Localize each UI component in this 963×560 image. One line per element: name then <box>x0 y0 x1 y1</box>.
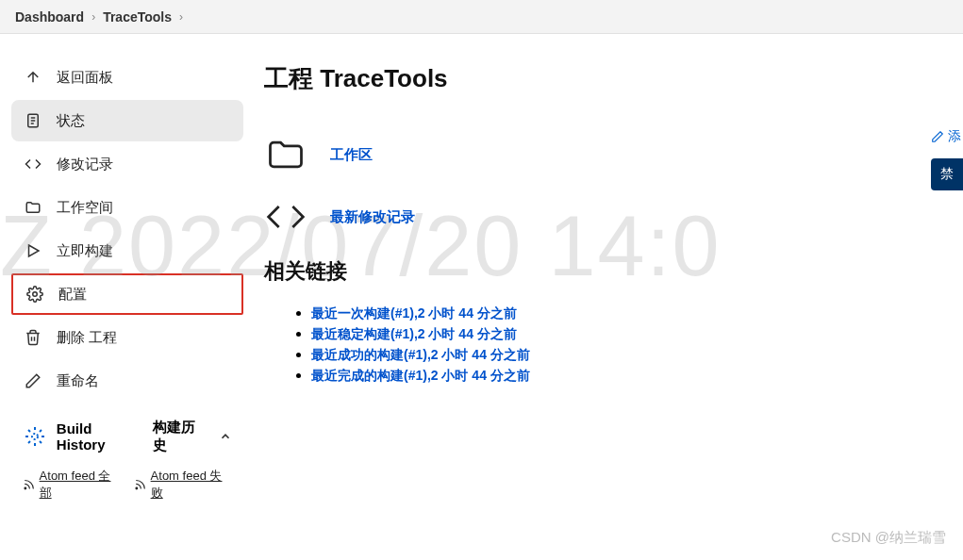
sidebar-item-label: 工作空间 <box>57 199 113 217</box>
code-icon <box>23 154 43 174</box>
sidebar-item-delete[interactable]: 删除 工程 <box>11 317 243 358</box>
svg-point-15 <box>25 487 26 489</box>
build-history-title: Build History <box>57 420 144 453</box>
chevron-up-icon[interactable] <box>219 430 232 443</box>
chevron-right-icon: › <box>91 10 95 24</box>
action-buttons: 添 禁 <box>931 128 963 190</box>
build-history-header[interactable]: Build History 构建历史 <box>11 404 243 462</box>
sidebar-item-rename[interactable]: 重命名 <box>11 360 243 402</box>
sidebar-item-label: 删除 工程 <box>57 329 117 347</box>
main-content: 工程 TraceTools 添 禁 工作区 最新修改记录 相关链接 最近一次构建… <box>255 34 963 560</box>
svg-line-14 <box>40 430 42 432</box>
svg-line-13 <box>28 441 30 443</box>
last-build-link[interactable]: 最近一次构建(#1),2 小时 44 分之前 <box>311 305 517 321</box>
arrow-up-icon <box>23 67 43 88</box>
workspace-link[interactable]: 工作区 <box>330 146 373 164</box>
atom-feed-all[interactable]: Atom feed 全部 <box>23 468 121 502</box>
play-icon <box>23 240 43 261</box>
sidebar-item-changes[interactable]: 修改记录 <box>11 143 243 185</box>
sidebar-item-label: 配置 <box>58 286 87 304</box>
atom-feed-failures[interactable]: Atom feed 失败 <box>134 468 232 502</box>
feed-links: Atom feed 全部 Atom feed 失败 <box>11 462 243 507</box>
workspace-row: 工作区 <box>264 133 963 176</box>
trend-icon <box>23 424 47 449</box>
svg-point-16 <box>136 487 138 489</box>
svg-line-12 <box>40 441 42 443</box>
pencil-icon <box>931 130 944 143</box>
breadcrumb-dashboard[interactable]: Dashboard <box>15 9 84 25</box>
rss-icon <box>23 478 36 491</box>
feed-label: Atom feed 失败 <box>151 468 232 502</box>
last-successful-build-link[interactable]: 最近成功的构建(#1),2 小时 44 分之前 <box>311 347 530 362</box>
feed-label: Atom feed 全部 <box>40 468 121 502</box>
breadcrumb: Dashboard › TraceTools › <box>0 0 963 34</box>
chevron-right-icon: › <box>179 10 183 24</box>
related-links-heading: 相关链接 <box>264 257 963 286</box>
svg-line-11 <box>28 430 30 432</box>
sidebar-item-label: 重命名 <box>57 372 99 390</box>
csdn-watermark: CSDN @纳兰瑞雪 <box>831 529 946 547</box>
svg-marker-4 <box>29 245 40 256</box>
changes-row: 最新修改记录 <box>264 195 963 239</box>
edit-description-link[interactable]: 添 <box>931 128 963 145</box>
rss-icon <box>134 478 147 491</box>
permalinks-list: 最近一次构建(#1),2 小时 44 分之前 最近稳定构建(#1),2 小时 4… <box>264 305 963 385</box>
recent-changes-link[interactable]: 最新修改记录 <box>330 208 415 226</box>
folder-icon <box>23 197 43 218</box>
pencil-icon <box>23 371 43 391</box>
code-icon <box>264 195 307 239</box>
svg-point-6 <box>32 434 38 439</box>
breadcrumb-tracetools[interactable]: TraceTools <box>103 9 172 25</box>
list-item: 最近稳定构建(#1),2 小时 44 分之前 <box>311 325 963 343</box>
sidebar-item-build-now[interactable]: 立即构建 <box>11 230 243 272</box>
build-history-subtitle: 构建历史 <box>153 419 209 454</box>
sidebar-item-configure[interactable]: 配置 <box>11 273 243 315</box>
disable-project-button[interactable]: 禁 <box>931 158 963 190</box>
gear-icon <box>25 284 45 305</box>
sidebar-item-back[interactable]: 返回面板 <box>11 57 243 98</box>
svg-point-5 <box>33 292 38 297</box>
folder-icon <box>264 133 307 176</box>
edit-label: 添 <box>948 128 961 145</box>
page-title: 工程 TraceTools <box>264 62 963 95</box>
sidebar-item-label: 返回面板 <box>57 69 113 87</box>
sidebar: 返回面板 状态 修改记录 工作空间 立即构建 <box>0 34 255 560</box>
list-item: 最近一次构建(#1),2 小时 44 分之前 <box>311 305 963 322</box>
list-item: 最近完成的构建(#1),2 小时 44 分之前 <box>311 367 963 385</box>
trash-icon <box>23 327 43 348</box>
last-completed-build-link[interactable]: 最近完成的构建(#1),2 小时 44 分之前 <box>311 368 530 383</box>
sidebar-item-label: 状态 <box>57 112 85 130</box>
list-item: 最近成功的构建(#1),2 小时 44 分之前 <box>311 346 963 364</box>
last-stable-build-link[interactable]: 最近稳定构建(#1),2 小时 44 分之前 <box>311 326 517 341</box>
sidebar-item-label: 修改记录 <box>57 156 113 173</box>
sidebar-item-status[interactable]: 状态 <box>11 100 243 141</box>
document-icon <box>23 110 43 131</box>
sidebar-item-workspace[interactable]: 工作空间 <box>11 187 243 228</box>
sidebar-item-label: 立即构建 <box>57 242 113 260</box>
